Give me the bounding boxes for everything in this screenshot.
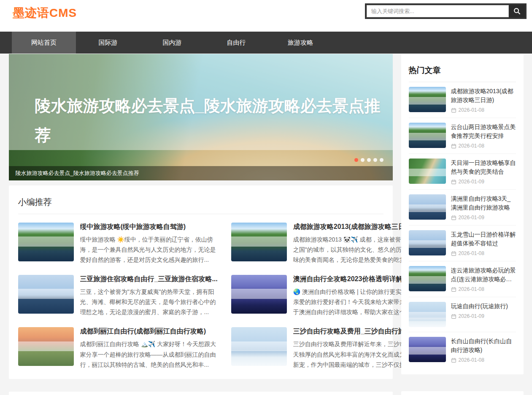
article-date: 2026-01-08 — [451, 250, 516, 256]
calendar-icon — [451, 251, 456, 256]
article-body: 绥中旅游攻略(绥中旅游攻略自驾游) 绥中旅游攻略 ☀️绥中，位于美丽的辽宁省，依… — [80, 223, 218, 265]
article-title[interactable]: 三亚旅游住宿攻略自由行_三亚旅游住宿攻略... — [80, 275, 218, 284]
hero-carousel[interactable]: 陵水旅游攻略必去景点_陵水旅游攻略必去景点推荐 陵水旅游攻略必去景点_陵水旅游攻… — [9, 54, 393, 180]
hot-article-item[interactable]: 成都旅游攻略2013(成都旅游攻略三日游) 2026-01-08 — [409, 82, 516, 118]
hot-article-item[interactable]: 天目湖一日游攻略畅享自然与美食的完美结合 2026-01-09 — [409, 154, 516, 190]
nav-item-independent[interactable]: 自由行 — [204, 32, 268, 54]
article-title[interactable]: 绥中旅游攻略(绥中旅游攻略自驾游) — [80, 223, 218, 231]
article-excerpt: 三亚，这个被誉为"东方夏威夷"的热带天堂，拥有阳光、海滩、椰树和无尽的蓝天，是每… — [80, 287, 218, 317]
calendar-icon — [451, 357, 456, 363]
article-excerpt: 成都到丽江自由行攻略 🏔️✈️ 大家好呀！今天想跟大家分享一个超棒的旅行攻略——… — [80, 339, 218, 369]
hot-article-item[interactable]: 满洲里自由行攻略3天_满洲里自由行旅游攻略 2026-01-09 — [409, 190, 516, 226]
article-body: 云台山两日游攻略景点美食推荐完美行程安排 2026-01-08 — [451, 123, 516, 149]
latest-article-preview[interactable]: 雪乡自由行旅游攻略_雪乡自由行旅游攻略图 — [9, 392, 393, 395]
article-body: 成都旅游攻略2013(成都旅游攻略三日游) 2026-01-08 — [451, 87, 516, 113]
article-title[interactable]: 天目湖一日游攻略畅享自然与美食的完美结合 — [451, 159, 516, 176]
search-bar — [365, 3, 527, 19]
calendar-icon — [451, 287, 456, 292]
main-column: 陵水旅游攻略必去景点_陵水旅游攻略必去景点推荐 陵水旅游攻略必去景点_陵水旅游攻… — [9, 54, 393, 395]
article-item[interactable]: 三沙自由行攻略及费用_三沙自由行旅行攻略 三沙自由行攻略及费用详解近年来，三沙市… — [231, 327, 425, 369]
article-title[interactable]: 玩途自由行(玩途旅行) — [451, 302, 516, 311]
article-item[interactable]: 成都旅游攻略2013(成都旅游攻略三日游) 成都旅游攻略2013 🐼✈️ 成都，… — [231, 223, 425, 265]
calendar-icon — [451, 107, 456, 113]
hot-article-item[interactable]: 玉龙雪山一日游价格详解超值体验不容错过 2026-01-08 — [409, 226, 516, 261]
article-body: 天目湖一日游攻略畅享自然与美食的完美结合 2026-01-09 — [451, 159, 516, 185]
hot-article-item[interactable]: 连云港旅游攻略必玩的景点(连云港旅游攻略必玩的景点) 2026-01-08 — [409, 261, 516, 297]
article-body: 成都到丽江自由行(成都到丽江自由行攻略) 成都到丽江自由行攻略 🏔️✈️ 大家好… — [80, 327, 218, 369]
date-text: 2026-01-08 — [459, 286, 484, 292]
site-header: 墨迹语CMS — [0, 0, 532, 32]
article-body: 玉龙雪山一日游价格详解超值体验不容错过 2026-01-08 — [451, 230, 516, 256]
hot-articles-heading: 热门文章 — [409, 61, 516, 82]
date-text: 2026-01-09 — [459, 179, 484, 185]
article-date: 2026-01-09 — [451, 313, 516, 319]
date-text: 2026-01-09 — [459, 313, 484, 319]
search-button[interactable] — [509, 5, 525, 17]
carousel-dot[interactable] — [354, 158, 358, 162]
article-date: 2026-01-08 — [451, 357, 516, 363]
nav-item-guides[interactable]: 旅游攻略 — [268, 32, 332, 54]
calendar-icon — [451, 215, 456, 220]
article-body: 连云港旅游攻略必玩的景点(连云港旅游攻略必玩的景点) 2026-01-08 — [451, 266, 516, 292]
article-title[interactable]: 成都旅游攻略2013(成都旅游攻略三日游) — [451, 87, 516, 105]
article-thumbnail — [409, 302, 446, 327]
recommend-grid: 绥中旅游攻略(绥中旅游攻略自驾游) 绥中旅游攻略 ☀️绥中，位于美丽的辽宁省，依… — [18, 223, 383, 370]
carousel-slide-title: 陵水旅游攻略必去景点_陵水旅游攻略必去景点推荐 — [35, 91, 381, 150]
recommend-section: 小编推荐 绥中旅游攻略(绥中旅游攻略自驾游) 绥中旅游攻略 ☀️绥中，位于美丽的… — [9, 185, 393, 379]
calendar-icon — [451, 143, 456, 149]
article-thumbnail — [409, 194, 446, 220]
main-nav: 网站首页 国际游 国内游 自由行 旅游攻略 — [0, 32, 532, 54]
article-title[interactable]: 云台山两日游攻略景点美食推荐完美行程安排 — [451, 123, 516, 140]
article-thumbnail — [409, 266, 446, 291]
article-thumbnail — [231, 223, 287, 261]
hot-article-item[interactable]: 长白山自由行(长白山自由行游攻略) 2026-01-08 — [409, 332, 516, 368]
article-thumbnail — [18, 223, 74, 261]
article-title[interactable]: 满洲里自由行攻略3天_满洲里自由行旅游攻略 — [451, 194, 516, 212]
hot-articles-panel: 热门文章 成都旅游攻略2013(成都旅游攻略三日游) 2026-01-08 云台… — [401, 54, 524, 374]
search-input[interactable] — [367, 5, 509, 17]
carousel-dots — [354, 158, 383, 162]
article-thumbnail — [18, 275, 74, 314]
calendar-icon — [451, 179, 456, 185]
article-item[interactable]: 澳洲自由行全攻略2023价格透明详解 🌏 澳洲自由行价格攻略 | 让你的旅行更实… — [231, 275, 425, 317]
article-thumbnail — [409, 337, 446, 362]
site-logo[interactable]: 墨迹语CMS — [13, 5, 77, 21]
article-date: 2026-01-08 — [451, 143, 516, 149]
article-thumbnail — [409, 87, 446, 112]
article-body: 三亚旅游住宿攻略自由行_三亚旅游住宿攻略... 三亚，这个被誉为"东方夏威夷"的… — [80, 275, 218, 317]
date-text: 2026-01-09 — [459, 215, 484, 220]
article-body: 长白山自由行(长白山自由行游攻略) 2026-01-08 — [451, 337, 516, 363]
article-title[interactable]: 连云港旅游攻略必玩的景点(连云港旅游攻略必玩的景点) — [451, 266, 516, 284]
latest-articles-panel: 最新文章 — [401, 391, 524, 395]
hot-article-item[interactable]: 玩途自由行(玩途旅行) 2026-01-09 — [409, 297, 516, 332]
article-title[interactable]: 成都到丽江自由行(成都到丽江自由行攻略) — [80, 327, 218, 336]
carousel-dot[interactable] — [367, 158, 371, 162]
nav-item-home[interactable]: 网站首页 — [12, 32, 76, 54]
search-icon — [513, 8, 521, 15]
article-title[interactable]: 玉龙雪山一日游价格详解超值体验不容错过 — [451, 230, 516, 248]
article-date: 2026-01-09 — [451, 179, 516, 185]
article-date: 2026-01-08 — [451, 107, 516, 113]
nav-item-domestic[interactable]: 国内游 — [140, 32, 204, 54]
article-item[interactable]: 绥中旅游攻略(绥中旅游攻略自驾游) 绥中旅游攻略 ☀️绥中，位于美丽的辽宁省，依… — [18, 223, 218, 265]
article-body: 满洲里自由行攻略3天_满洲里自由行旅游攻略 2026-01-09 — [451, 194, 516, 220]
date-text: 2026-01-08 — [459, 250, 484, 256]
article-thumbnail — [231, 327, 287, 366]
article-thumbnail — [409, 159, 446, 184]
calendar-icon — [451, 314, 456, 319]
page-container: 陵水旅游攻略必去景点_陵水旅游攻略必去景点推荐 陵水旅游攻略必去景点_陵水旅游攻… — [9, 54, 524, 395]
carousel-caption[interactable]: 陵水旅游攻略必去景点_陵水旅游攻略必去景点推荐 — [9, 166, 393, 180]
carousel-dot[interactable] — [361, 158, 365, 162]
article-title[interactable]: 长白山自由行(长白山自由行游攻略) — [451, 337, 516, 355]
date-text: 2026-01-08 — [459, 107, 484, 113]
article-item[interactable]: 三亚旅游住宿攻略自由行_三亚旅游住宿攻略... 三亚，这个被誉为"东方夏威夷"的… — [18, 275, 218, 317]
carousel-dot[interactable] — [373, 158, 377, 162]
article-item[interactable]: 成都到丽江自由行(成都到丽江自由行攻略) 成都到丽江自由行攻略 🏔️✈️ 大家好… — [18, 327, 218, 369]
article-body: 玩途自由行(玩途旅行) 2026-01-09 — [451, 302, 516, 327]
nav-item-international[interactable]: 国际游 — [76, 32, 140, 54]
hot-article-item[interactable]: 云台山两日游攻略景点美食推荐完美行程安排 2026-01-08 — [409, 118, 516, 154]
sidebar: 热门文章 成都旅游攻略2013(成都旅游攻略三日游) 2026-01-08 云台… — [401, 54, 524, 395]
date-text: 2026-01-08 — [459, 357, 484, 363]
article-thumbnail — [18, 327, 74, 366]
carousel-dot[interactable] — [380, 158, 383, 162]
